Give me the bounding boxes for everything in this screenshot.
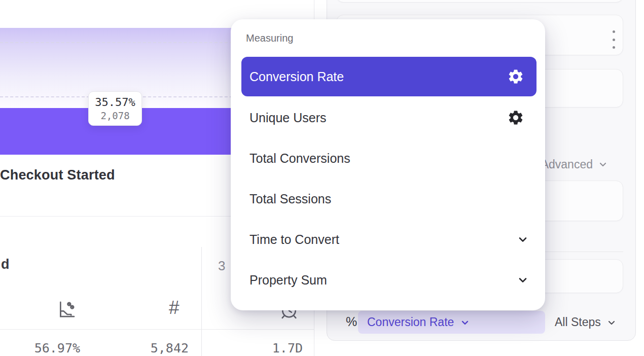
menu-item-time-to-convert[interactable]: Time to Convert xyxy=(231,219,545,260)
cell-conversion-rate: 56.97% xyxy=(9,341,80,355)
measuring-section-label: Measuring xyxy=(246,32,293,44)
chevron-down-icon[interactable] xyxy=(517,233,529,245)
tooltip-percent: 35.57% xyxy=(95,96,135,109)
conversion-rate-icon[interactable] xyxy=(56,299,77,319)
metric-chip[interactable]: Conversion Rate xyxy=(358,311,545,334)
chevron-down-icon xyxy=(460,317,470,328)
cell-time-to-convert: 1.7D xyxy=(232,341,303,355)
menu-item-total-conversions[interactable]: Total Conversions xyxy=(231,138,545,179)
tooltip-count: 2,078 xyxy=(100,110,129,121)
app-window: 35.57% 2,078 Checkout Started d 3 # xyxy=(0,0,644,356)
table-row-border xyxy=(0,329,314,330)
builder-step-card-top xyxy=(336,0,623,3)
chevron-down-icon xyxy=(606,317,617,328)
menu-item-conversion-rate[interactable]: Conversion Rate xyxy=(241,57,536,96)
measurement-row: % Conversion Rate All Steps xyxy=(327,311,636,334)
menu-item-label: Total Conversions xyxy=(249,151,350,166)
menu-item-property-sum[interactable]: Property Sum xyxy=(231,260,545,300)
chevron-down-icon xyxy=(598,159,608,169)
menu-item-total-sessions[interactable]: Total Sessions xyxy=(231,179,545,219)
gear-icon[interactable] xyxy=(507,109,524,126)
advanced-label: Advanced xyxy=(541,158,593,171)
menu-item-label: Unique Users xyxy=(249,111,326,125)
steps-selector[interactable]: All Steps xyxy=(555,311,617,334)
table-column-divider xyxy=(201,247,202,356)
step-title: Checkout Started xyxy=(0,167,115,183)
menu-item-unique-users[interactable]: Unique Users xyxy=(231,97,545,138)
cell-unique-users: 5,842 xyxy=(118,341,189,355)
funnel-tooltip: 35.57% 2,078 xyxy=(88,91,142,126)
table-header-fragment-right: 3 xyxy=(218,258,225,274)
metric-chip-label: Conversion Rate xyxy=(367,315,454,329)
menu-item-label: Time to Convert xyxy=(249,232,339,247)
chevron-down-icon[interactable] xyxy=(517,274,529,286)
measuring-dropdown: Measuring Conversion Rate Unique Users T… xyxy=(231,19,545,310)
percent-prefix: % xyxy=(346,314,357,329)
advanced-toggle[interactable]: Advanced xyxy=(541,157,608,172)
steps-selector-label: All Steps xyxy=(555,315,601,329)
hash-icon[interactable]: # xyxy=(169,297,180,318)
menu-item-label: Conversion Rate xyxy=(249,69,344,84)
table-header-fragment-left: d xyxy=(1,257,10,272)
menu-item-label: Property Sum xyxy=(249,273,327,288)
menu-item-label: Total Sessions xyxy=(249,192,331,206)
gear-icon[interactable] xyxy=(507,68,524,85)
kebab-menu-icon[interactable] xyxy=(609,30,618,49)
